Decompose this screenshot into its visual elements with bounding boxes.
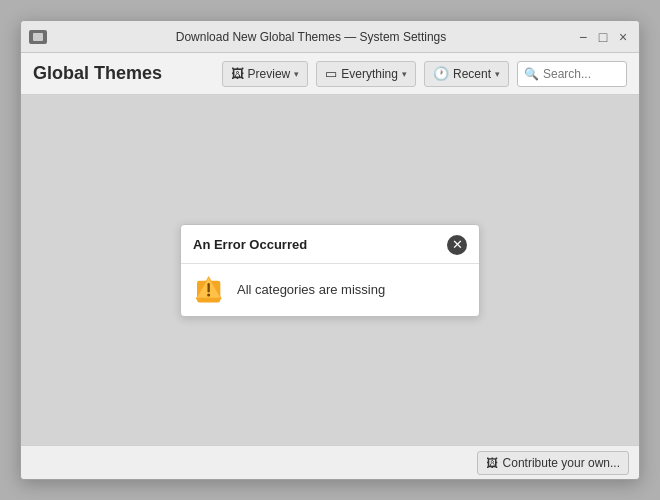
everything-icon: ▭ <box>325 66 337 81</box>
error-dialog-title: An Error Occurred <box>193 237 307 252</box>
contribute-label: Contribute your own... <box>503 456 620 470</box>
window-controls: − □ × <box>575 29 631 45</box>
recent-dropdown[interactable]: 🕐 Recent ▾ <box>424 61 509 87</box>
search-input[interactable] <box>543 67 620 81</box>
preview-label: Preview <box>248 67 291 81</box>
search-icon: 🔍 <box>524 67 539 81</box>
search-box: 🔍 <box>517 61 627 87</box>
recent-icon: 🕐 <box>433 66 449 81</box>
main-content: An Error Occurred ✕ All categories are m… <box>21 95 639 445</box>
minimize-button[interactable]: − <box>575 29 591 45</box>
toolbar: Global Themes 🖼 Preview ▾ ▭ Everything ▾… <box>21 53 639 95</box>
preview-dropdown[interactable]: 🖼 Preview ▾ <box>222 61 309 87</box>
app-icon <box>29 30 47 44</box>
error-close-button[interactable]: ✕ <box>447 235 467 255</box>
recent-label: Recent <box>453 67 491 81</box>
everything-chevron-icon: ▾ <box>402 69 407 79</box>
page-title: Global Themes <box>33 63 162 84</box>
recent-chevron-icon: ▾ <box>495 69 500 79</box>
svg-point-5 <box>207 293 210 296</box>
preview-icon: 🖼 <box>231 66 244 81</box>
warning-icon <box>195 276 227 304</box>
footer: 🖼 Contribute your own... <box>21 445 639 479</box>
maximize-button[interactable]: □ <box>595 29 611 45</box>
preview-chevron-icon: ▾ <box>294 69 299 79</box>
error-dialog-header: An Error Occurred ✕ <box>181 225 479 264</box>
error-dialog-body: All categories are missing <box>181 264 479 316</box>
close-button[interactable]: × <box>615 29 631 45</box>
error-message: All categories are missing <box>237 282 385 297</box>
titlebar: Download New Global Themes — System Sett… <box>21 21 639 53</box>
everything-label: Everything <box>341 67 398 81</box>
error-dialog: An Error Occurred ✕ All categories are m… <box>180 224 480 317</box>
window-title: Download New Global Themes — System Sett… <box>53 30 569 44</box>
contribute-icon: 🖼 <box>486 456 498 470</box>
everything-dropdown[interactable]: ▭ Everything ▾ <box>316 61 416 87</box>
svg-rect-4 <box>208 283 210 292</box>
contribute-button[interactable]: 🖼 Contribute your own... <box>477 451 629 475</box>
main-window: Download New Global Themes — System Sett… <box>20 20 640 480</box>
